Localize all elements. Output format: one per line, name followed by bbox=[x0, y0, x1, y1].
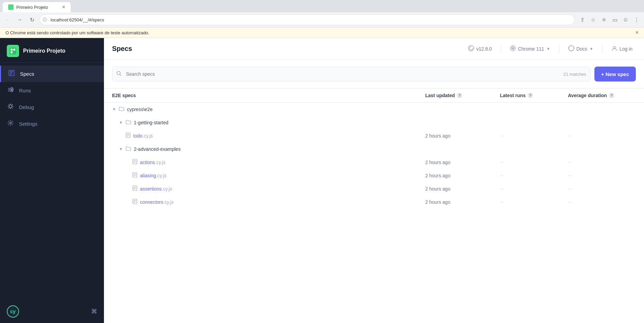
spec-assertions-ext-part: .cy.js bbox=[162, 186, 172, 192]
profile-button[interactable]: ☺ bbox=[621, 15, 630, 24]
bookmark-button[interactable]: ☆ bbox=[588, 15, 598, 24]
spec-aliasing-ext-part: .cy.js bbox=[156, 173, 166, 178]
sidebar-item-label-debug: Debug bbox=[19, 104, 34, 110]
tab-close-btn[interactable]: × bbox=[62, 4, 65, 10]
header-avg-duration: Average duration ? bbox=[568, 93, 636, 98]
sidebar-item-debug[interactable]: Debug bbox=[0, 99, 104, 115]
forward-button[interactable]: → bbox=[15, 15, 24, 24]
search-input[interactable] bbox=[112, 67, 590, 82]
docs-label: Docs bbox=[576, 46, 587, 52]
new-spec-button[interactable]: + New spec bbox=[594, 67, 636, 82]
search-section: 21 matches + New spec bbox=[104, 60, 644, 89]
docs-badge[interactable]: Docs ▼ bbox=[565, 43, 597, 55]
svg-point-28 bbox=[569, 46, 574, 51]
svg-line-22 bbox=[8, 107, 10, 108]
top-bar-actions: v12.8.0 Chrome 111 ▼ bbox=[465, 43, 636, 55]
avg-duration-help-icon[interactable]: ? bbox=[609, 93, 614, 98]
spec-assertions-name-part: assertions bbox=[140, 186, 162, 192]
spec-file-icon-aliasing bbox=[132, 172, 137, 179]
spec-row-actions[interactable]: actions.cy.js 2 hours ago -- -- bbox=[104, 156, 644, 169]
spec-row-connectors[interactable]: connectors.cy.js 2 hours ago -- -- bbox=[104, 195, 644, 209]
spec-actions-runs: -- bbox=[500, 160, 568, 165]
header-avg-duration-label: Average duration bbox=[568, 93, 607, 98]
sidebar-logo bbox=[7, 45, 19, 57]
sidebar-item-runs[interactable]: Runs bbox=[0, 82, 104, 99]
project-name: Primeiro Projeto bbox=[23, 48, 65, 54]
header-e2e-specs: E2E specs bbox=[112, 93, 425, 98]
spec-assertions-filename: assertions.cy.js bbox=[140, 186, 172, 192]
spec-connectors-name-part: connectors bbox=[140, 199, 163, 205]
spec-todo-filename: todo.cy.js bbox=[133, 133, 153, 139]
folder-advanced-examples[interactable]: ▼ 2-advanced-examples bbox=[104, 142, 644, 156]
tab-favicon bbox=[8, 4, 14, 10]
spec-todo-runs: -- bbox=[500, 133, 568, 139]
spec-todo-duration: -- bbox=[568, 133, 636, 139]
spec-actions-ext-part: .cy.js bbox=[155, 160, 165, 165]
folder-root-icon bbox=[119, 106, 124, 112]
extensions-button[interactable]: ⚛ bbox=[599, 15, 609, 24]
runs-icon bbox=[7, 86, 14, 95]
browser-badge[interactable]: Chrome 111 ▼ bbox=[506, 43, 554, 55]
automation-message: O Chrome está sendo controlado por um so… bbox=[5, 30, 149, 35]
sidebar-item-specs[interactable]: Specs bbox=[0, 66, 104, 82]
address-bar-wrapper: ⓘ bbox=[39, 14, 575, 25]
spec-connectors-updated: 2 hours ago bbox=[425, 199, 500, 205]
folder-advanced-chevron-icon: ▼ bbox=[119, 147, 123, 151]
svg-point-27 bbox=[512, 47, 514, 49]
main-content: Specs v12.8.0 bbox=[104, 38, 644, 323]
version-badge[interactable]: v12.8.0 bbox=[465, 43, 495, 55]
folder-root-chevron-icon: ▼ bbox=[112, 107, 116, 112]
cypress-version-icon bbox=[468, 45, 474, 53]
spec-actions-name: actions.cy.js bbox=[112, 159, 425, 165]
version-label: v12.8.0 bbox=[476, 46, 492, 52]
spec-row-aliasing[interactable]: aliasing.cy.js 2 hours ago -- -- bbox=[104, 169, 644, 182]
svg-rect-6 bbox=[10, 73, 13, 73]
spec-file-icon-connectors bbox=[132, 199, 137, 205]
spec-todo-name-part: todo bbox=[133, 133, 142, 139]
folder-root[interactable]: ▼ cypress\e2e bbox=[104, 103, 644, 116]
spec-row-todo[interactable]: todo.cy.js 2 hours ago -- -- bbox=[104, 129, 644, 142]
docs-icon bbox=[568, 45, 574, 53]
sidebar-item-label-specs: Specs bbox=[20, 71, 34, 77]
back-button[interactable]: ← bbox=[3, 15, 12, 24]
folder-getting-started[interactable]: ▼ 1-getting-started bbox=[104, 116, 644, 129]
window-button[interactable]: ▭ bbox=[610, 15, 620, 24]
search-matches-label: 21 matches bbox=[564, 72, 586, 77]
spec-aliasing-runs: -- bbox=[500, 173, 568, 178]
spec-aliasing-updated: 2 hours ago bbox=[425, 173, 500, 178]
svg-line-21 bbox=[12, 104, 13, 105]
active-tab[interactable]: Primeiro Projeto × bbox=[3, 2, 71, 12]
automation-close-btn[interactable]: × bbox=[636, 30, 639, 36]
cypress-logo: cy bbox=[7, 305, 19, 318]
folder-advanced-icon bbox=[126, 146, 131, 152]
share-button[interactable]: ⇧ bbox=[577, 15, 587, 24]
spec-connectors-name: connectors.cy.js bbox=[112, 199, 425, 205]
svg-rect-3 bbox=[11, 51, 13, 53]
browser-chrome: Primeiro Projeto × ← → ↻ ⓘ ⇧ ☆ ⚛ ▭ ☺ ⋮ bbox=[0, 0, 644, 28]
spec-actions-name-part: actions bbox=[140, 160, 155, 165]
spec-row-assertions[interactable]: assertions.cy.js 2 hours ago -- -- bbox=[104, 182, 644, 195]
menu-button[interactable]: ⋮ bbox=[632, 15, 641, 24]
svg-point-23 bbox=[10, 122, 12, 124]
spec-connectors-filename: connectors.cy.js bbox=[140, 199, 174, 205]
sidebar-item-settings[interactable]: Settings bbox=[0, 115, 104, 132]
svg-line-32 bbox=[120, 74, 121, 76]
sidebar: Primeiro Projeto Specs bbox=[0, 38, 104, 323]
spec-actions-filename: actions.cy.js bbox=[140, 160, 165, 165]
reload-button[interactable]: ↻ bbox=[27, 15, 37, 24]
sidebar-nav: Specs Runs bbox=[0, 63, 104, 300]
spec-file-icon-assertions bbox=[132, 185, 137, 192]
login-badge[interactable]: Log in bbox=[608, 43, 636, 55]
search-icon bbox=[116, 71, 122, 77]
last-updated-help-icon[interactable]: ? bbox=[457, 93, 462, 98]
latest-runs-help-icon[interactable]: ? bbox=[527, 93, 533, 98]
keyboard-shortcut-icon[interactable]: ⌘ bbox=[91, 308, 97, 315]
login-label: Log in bbox=[620, 46, 632, 52]
settings-icon bbox=[7, 120, 14, 128]
header-latest-runs: Latest runs ? bbox=[500, 93, 568, 98]
address-bar[interactable] bbox=[39, 14, 575, 25]
folder-getting-started-label: 1-getting-started bbox=[134, 120, 168, 125]
svg-rect-1 bbox=[11, 49, 13, 51]
svg-rect-7 bbox=[10, 74, 12, 75]
lock-icon: ⓘ bbox=[43, 17, 47, 23]
